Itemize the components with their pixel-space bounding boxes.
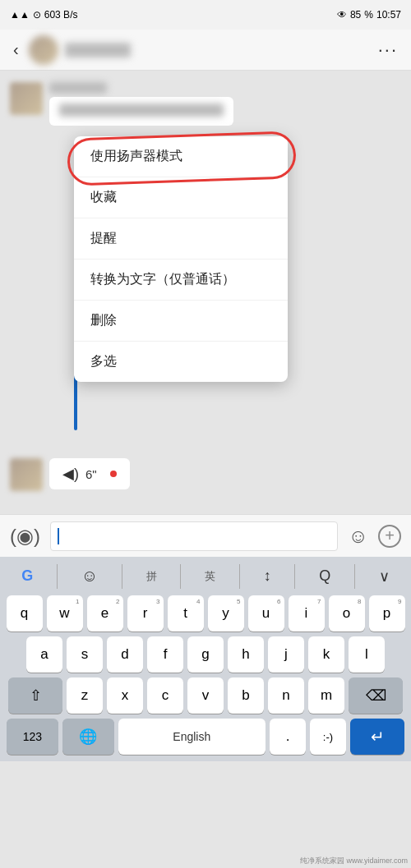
space-key[interactable]: English — [118, 719, 266, 755]
message-text-1 — [59, 103, 224, 117]
contact-name — [65, 43, 131, 57]
signal-icon: ▲▲ — [10, 9, 30, 21]
key-j[interactable]: j — [268, 636, 304, 673]
key-h[interactable]: h — [228, 636, 264, 673]
key-c[interactable]: c — [147, 677, 183, 714]
keyboard: G ☺ 拼 英 ↕ Q ∨ q 1w 2e 3r 4t 5y 6u 7i 8o … — [0, 557, 411, 761]
voice-message-row: ◀) 6" — [0, 452, 146, 498]
menu-item-delete[interactable]: 删除 — [74, 301, 288, 342]
key-row-1: q 1w 2e 3r 4t 5y 6u 7i 8o 9p — [3, 595, 408, 631]
voice-play-icon: ◀) — [62, 465, 79, 483]
divider-2 — [122, 564, 122, 589]
menu-item-speaker[interactable]: 使用扬声器模式 — [74, 136, 288, 177]
key-v[interactable]: v — [187, 677, 224, 714]
divider-5 — [294, 564, 295, 589]
status-right: 👁 85 % 10:57 — [337, 9, 401, 21]
divider-4 — [239, 564, 240, 589]
divider-6 — [354, 564, 355, 589]
wifi-icon: ⊙ — [33, 9, 41, 21]
menu-item-remind[interactable]: 提醒 — [74, 218, 288, 259]
key-w[interactable]: 1w — [47, 595, 83, 631]
voice-sender-avatar — [10, 458, 43, 491]
voice-bubble[interactable]: ◀) 6" — [49, 458, 130, 489]
key-m[interactable]: m — [308, 677, 344, 714]
key-x[interactable]: x — [107, 677, 143, 714]
text-input-field[interactable] — [50, 521, 339, 551]
search-key[interactable]: Q — [312, 564, 337, 588]
message-bubble-1[interactable] — [49, 97, 233, 126]
watermark: 纯净系统家园 www.yidaimer.com — [300, 856, 408, 866]
switch-key[interactable]: ↕ — [257, 564, 278, 588]
key-b[interactable]: b — [228, 677, 264, 714]
input-toolbar: (◉) ☺ + — [0, 514, 411, 557]
back-button[interactable]: ‹ — [13, 40, 19, 59]
add-button[interactable]: + — [378, 525, 401, 548]
cursor — [58, 528, 59, 544]
data-speed: 603 B/s — [44, 9, 78, 21]
period-key[interactable]: . — [270, 719, 306, 755]
voice-toggle-button[interactable]: (◉) — [10, 525, 40, 548]
key-r[interactable]: 3r — [127, 595, 164, 631]
menu-item-collect[interactable]: 收藏 — [74, 177, 288, 218]
voice-duration: 6" — [85, 467, 97, 481]
more-button[interactable]: ··· — [378, 39, 398, 61]
key-a[interactable]: a — [26, 636, 62, 673]
battery-icon: % — [364, 9, 373, 21]
globe-key[interactable]: 🌐 — [62, 719, 114, 755]
message-row-1 — [0, 71, 411, 132]
key-f[interactable]: f — [147, 636, 183, 673]
key-g[interactable]: g — [187, 636, 224, 673]
chat-header: ‹ ··· — [0, 30, 411, 71]
header-title-area — [65, 43, 131, 57]
key-i[interactable]: 7i — [289, 595, 325, 631]
key-o[interactable]: 8o — [329, 595, 365, 631]
key-n[interactable]: n — [268, 677, 304, 714]
emoji-face-key[interactable]: :-) — [310, 719, 346, 755]
sender-name-label — [49, 82, 107, 94]
emoji-key[interactable]: ☺ — [75, 563, 104, 589]
key-z[interactable]: z — [67, 677, 103, 714]
divider-1 — [57, 564, 58, 589]
avatar — [29, 35, 58, 65]
shift-key[interactable]: ⇧ — [8, 677, 62, 714]
key-k[interactable]: k — [308, 636, 344, 673]
key-l[interactable]: l — [349, 636, 385, 673]
pinyin-key[interactable]: 拼 — [140, 566, 164, 587]
english-key[interactable]: 英 — [198, 566, 222, 587]
eye-icon: 👁 — [337, 9, 347, 21]
menu-item-multiselect[interactable]: 多选 — [74, 342, 288, 382]
unread-dot — [110, 471, 117, 477]
key-u[interactable]: 6u — [248, 595, 284, 631]
menu-item-convert[interactable]: 转换为文字（仅普通话） — [74, 259, 288, 301]
emoji-button[interactable]: ☺ — [348, 525, 368, 548]
key-row-2: a s d f g h j k l — [3, 636, 408, 673]
sender-avatar — [10, 82, 43, 115]
key-row-3: ⇧ z x c v b n m ⌫ — [3, 677, 408, 714]
divider-3 — [180, 564, 181, 589]
status-left: ▲▲ ⊙ 603 B/s — [10, 9, 77, 21]
delete-key[interactable]: ⌫ — [349, 677, 403, 714]
chat-area: 使用扬声器模式 收藏 提醒 转换为文字（仅普通话） 删除 多选 ◀) 6" — [0, 71, 411, 514]
keyboard-bottom-row: 123 🌐 English . :-) ↵ — [3, 719, 408, 755]
enter-key[interactable]: ↵ — [350, 719, 404, 755]
key-q[interactable]: q — [7, 595, 43, 631]
key-y[interactable]: 5y — [208, 595, 244, 631]
numbers-key[interactable]: 123 — [7, 719, 58, 755]
time: 10:57 — [376, 9, 401, 21]
status-bar: ▲▲ ⊙ 603 B/s 👁 85 % 10:57 — [0, 0, 411, 30]
battery: 85 — [350, 9, 361, 21]
google-key[interactable]: G — [15, 564, 39, 588]
key-e[interactable]: 2e — [87, 595, 123, 631]
keyboard-top-row: G ☺ 拼 英 ↕ Q ∨ — [3, 563, 408, 589]
context-menu: 使用扬声器模式 收藏 提醒 转换为文字（仅普通话） 删除 多选 — [74, 136, 288, 382]
key-t[interactable]: 4t — [168, 595, 204, 631]
collapse-key[interactable]: ∨ — [372, 564, 396, 589]
key-p[interactable]: 9p — [369, 595, 405, 631]
key-s[interactable]: s — [67, 636, 103, 673]
key-d[interactable]: d — [107, 636, 143, 673]
